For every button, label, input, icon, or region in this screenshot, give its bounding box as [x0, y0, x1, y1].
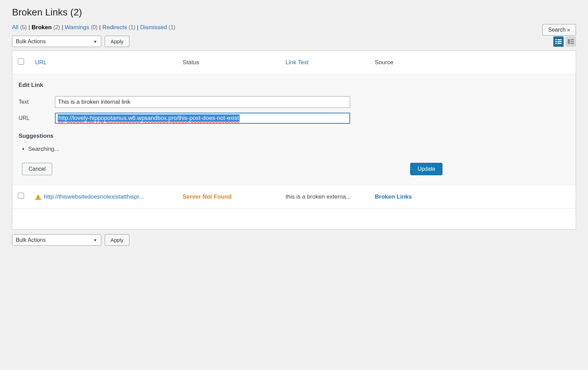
tab-warnings-count: (0) [91, 24, 98, 30]
tab-warnings[interactable]: Warnings [65, 24, 89, 31]
svg-rect-2 [555, 41, 557, 42]
svg-rect-9 [570, 43, 574, 44]
apply-button-bottom[interactable]: Apply [105, 234, 129, 246]
svg-rect-8 [570, 41, 574, 42]
view-list-icon[interactable] [553, 36, 564, 47]
page-title: Broken Links (2) [12, 7, 576, 18]
tab-broken[interactable]: Broken [32, 24, 52, 31]
svg-rect-1 [557, 39, 562, 40]
view-excerpt-icon[interactable] [566, 36, 576, 47]
bulk-actions-select-bottom[interactable]: Bulk Actions [12, 234, 101, 246]
suggestion-searching: Searching... [28, 146, 569, 153]
tab-broken-count: (2) [53, 24, 60, 30]
apply-button-top[interactable]: Apply [105, 36, 129, 47]
links-table: URL Status Link Text Source Edit Link Te… [12, 51, 576, 229]
search-button[interactable]: Search » [542, 24, 576, 36]
url-field-input[interactable]: http://lovely-hippopotamus.w6.wpsandbox.… [55, 113, 350, 124]
svg-rect-3 [557, 41, 562, 42]
bulk-actions-select-top[interactable]: Bulk Actions [12, 36, 101, 47]
column-source: Source [375, 59, 570, 66]
row-linktext: this is a broken externa... [286, 193, 375, 200]
row-checkbox[interactable] [18, 193, 24, 199]
table-row: http://thiswebsitedoesnotexistatthispr..… [12, 185, 576, 209]
column-linktext[interactable]: Link Text [286, 59, 309, 66]
tab-redirects[interactable]: Redirects [102, 24, 127, 31]
svg-rect-7 [570, 39, 574, 40]
tab-dismissed-count: (1) [169, 24, 175, 30]
tab-redirects-count: (1) [129, 24, 136, 30]
column-url[interactable]: URL [35, 59, 47, 66]
update-button[interactable]: Update [410, 163, 442, 175]
svg-rect-0 [555, 39, 557, 40]
edit-link-panel: Edit Link Text URL http://lovely-hippopo… [12, 74, 576, 185]
url-field-label: URL [19, 115, 55, 121]
select-all-checkbox[interactable] [18, 58, 24, 65]
cancel-button[interactable]: Cancel [22, 163, 52, 175]
svg-rect-4 [555, 43, 557, 44]
row-url-link[interactable]: http://thiswebsitedoesnotexistatthispr..… [44, 193, 144, 200]
column-status: Status [183, 59, 286, 66]
row-source-link[interactable]: Broken Links [375, 193, 412, 200]
text-field-input[interactable] [55, 96, 350, 108]
suggestions-title: Suggestions [19, 133, 569, 139]
text-field-label: Text [19, 99, 55, 105]
tab-all[interactable]: All [12, 24, 19, 31]
row-status: Server Not Found [183, 193, 286, 200]
warning-icon [35, 194, 41, 200]
svg-rect-6 [568, 39, 570, 44]
filter-tabs: All (5) | Broken (2) | Warnings (0) | Re… [12, 24, 175, 31]
svg-rect-5 [557, 43, 562, 44]
tab-dismissed[interactable]: Dismissed [140, 24, 167, 31]
tab-all-count: (5) [20, 24, 27, 30]
edit-link-title: Edit Link [19, 82, 569, 89]
